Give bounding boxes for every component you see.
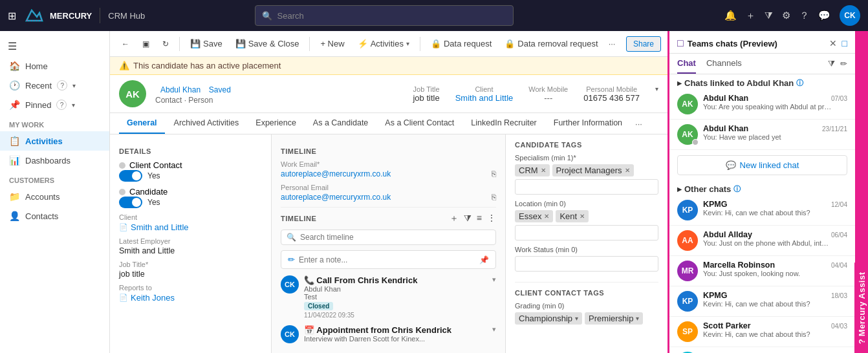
tab-as-candidate[interactable]: As a Candidate (305, 113, 376, 134)
note-pin-icon[interactable]: 📌 (479, 255, 489, 264)
client-contact-label: Client Contact (129, 160, 182, 170)
note-input-row[interactable]: ✏ 📌 (281, 250, 496, 269)
tab-general[interactable]: General (119, 113, 165, 134)
form-view-icon[interactable]: ▣ (137, 37, 155, 51)
other-chat-scott[interactable]: SP Scott Parker 04/03 Kevin: Hi, can we … (669, 317, 855, 347)
work-status-label: Work Status (min 0) (515, 246, 658, 253)
note-input[interactable] (299, 255, 475, 264)
teams-expand-button[interactable]: □ (842, 38, 847, 48)
grid-icon[interactable]: ⊞ (8, 10, 16, 22)
personal-email-copy-icon[interactable]: ⎘ (492, 193, 496, 202)
other-chat-marcella[interactable]: MR Marcella Robinson 04/04 You: Just spo… (669, 256, 855, 286)
tag-project-managers-remove[interactable]: ✕ (625, 167, 630, 174)
tag-championship-remove[interactable]: ▾ (575, 315, 578, 322)
settings-icon[interactable]: ⚙ (782, 10, 790, 21)
save-button[interactable]: 💾 Save (185, 36, 228, 51)
tabs-more-button[interactable]: ··· (631, 114, 646, 134)
teams-filter-icon[interactable]: ⧩ (828, 59, 835, 69)
back-button[interactable]: ← (116, 37, 135, 51)
tag-premiership-remove[interactable]: ▾ (636, 315, 639, 322)
activities-button[interactable]: ⚡ Activities ▾ (353, 36, 415, 51)
candidate-toggle[interactable] (119, 197, 142, 208)
other-chat-abdulallday[interactable]: AA Abdul Allday 06/04 You: Just on the p… (669, 226, 855, 256)
tab-further-info[interactable]: Further Information (546, 113, 630, 134)
specialism-input[interactable] (515, 179, 658, 195)
linked-chat-1[interactable]: AK Abdul Khan 07/03 You: Are you speakin… (669, 89, 855, 120)
share-button[interactable]: Share (626, 36, 661, 52)
pinned-help-icon[interactable]: ? (56, 100, 67, 110)
tabs-bar: General Archived Activities Experience A… (110, 113, 667, 134)
tab-experience[interactable]: Experience (248, 113, 304, 134)
timeline-filter-icon[interactable]: ⧩ (464, 213, 472, 224)
activity-expand-1[interactable]: ▾ (492, 275, 496, 319)
other-chats-info-icon[interactable]: ⓘ (733, 184, 741, 194)
hamburger-menu[interactable]: ☰ (0, 36, 109, 56)
client-value[interactable]: 📄 Smith and Little (119, 222, 262, 232)
timeline-add-icon[interactable]: ＋ (450, 213, 459, 224)
refresh-icon[interactable]: ↻ (157, 37, 174, 51)
other-chat-kpmg-2[interactable]: KP KPMG 18/03 Kevin: Hi, can we chat abo… (669, 286, 855, 317)
other-chat-cs[interactable]: CS Customer Success Manager 01/03 You: W… (669, 347, 855, 353)
tab-linkedin[interactable]: LinkedIn Recruiter (463, 113, 544, 134)
teams-close-button[interactable]: ✕ (829, 38, 837, 48)
data-removal-button[interactable]: 🔒 Data removal request (499, 36, 603, 51)
tag-essex-remove[interactable]: ✕ (544, 213, 549, 220)
pinned-expand-icon[interactable]: ▾ (72, 102, 75, 109)
sidebar-item-accounts[interactable]: 📁 Accounts (0, 187, 109, 206)
tab-archived-activities[interactable]: Archived Activities (166, 113, 247, 134)
sidebar-item-dashboards[interactable]: 📊 Dashboards (0, 151, 109, 170)
timeline-list-icon[interactable]: ≡ (477, 213, 482, 224)
tab-client-contact[interactable]: As a Client Contact (377, 113, 462, 134)
location-input[interactable] (515, 225, 658, 241)
bell-icon[interactable]: 🔔 (724, 10, 737, 21)
dashboards-icon: 📊 (9, 155, 20, 166)
tags-divider (515, 282, 658, 283)
timeline-search-input[interactable] (300, 233, 490, 242)
timeline-more-icon[interactable]: ⋮ (487, 213, 496, 224)
work-email-copy-icon[interactable]: ⎘ (492, 169, 496, 178)
work-email-value[interactable]: autoreplace@mercuryxrm.co.uk (281, 169, 391, 178)
work-status-input[interactable] (515, 256, 658, 272)
recent-help-icon[interactable]: ? (57, 80, 67, 91)
timeline-search-bar[interactable]: 🔍 (281, 230, 496, 245)
mercury-assist-container: ? Mercury Assist (855, 31, 868, 353)
recent-expand-icon[interactable]: ▾ (72, 82, 76, 89)
other-chat-kpmg-1[interactable]: KP KPMG 12/04 Kevin: Hi, can we chat abo… (669, 195, 855, 226)
contact-expand-icon[interactable]: ▾ (655, 85, 658, 103)
search-bar[interactable]: 🔍 (255, 5, 514, 26)
sidebar-item-recent[interactable]: 🕐 Recent ? ▾ (0, 76, 109, 95)
call-icon: 📞 (304, 275, 314, 285)
new-button[interactable]: + New (315, 36, 349, 51)
new-linked-chat-button[interactable]: 💬 New linked chat (677, 155, 847, 175)
user-avatar[interactable]: CK (840, 5, 860, 26)
filter-icon[interactable]: ⧩ (765, 10, 773, 21)
tag-project-managers: Project Managers ✕ (552, 164, 634, 176)
linked-chat-2[interactable]: AK Abdul Khan 23/11/21 You: Have we plac… (669, 120, 855, 150)
teams-compose-icon[interactable]: ✏ (840, 59, 847, 69)
sidebar-item-activities[interactable]: 📋 Activities (0, 131, 109, 151)
candidate-tags-panel: CANDIDATE TAGS Specialism (min 1)* CRM ✕… (506, 134, 667, 353)
sidebar-item-pinned[interactable]: 📌 Pinned ? ▾ (0, 95, 109, 114)
chat-icon[interactable]: 💬 (818, 10, 830, 21)
activity-expand-2[interactable]: ▾ (492, 325, 496, 343)
personal-email-value[interactable]: autoreplace@mercuryxrm.co.uk (281, 193, 391, 202)
plus-icon[interactable]: ＋ (746, 10, 755, 22)
activity-sub2-1: Test (304, 293, 487, 301)
activities-dropdown-icon: ▾ (406, 40, 409, 47)
sidebar-item-contacts[interactable]: 👤 Contacts (0, 206, 109, 226)
reports-to-value[interactable]: 📄 Keith Jones (119, 293, 262, 303)
tag-crm-remove[interactable]: ✕ (541, 167, 546, 174)
tag-kent-remove[interactable]: ✕ (580, 213, 585, 220)
client-contact-toggle[interactable] (119, 170, 142, 182)
search-input[interactable] (277, 11, 506, 21)
more-options-button[interactable]: ··· (606, 36, 618, 51)
sidebar-item-home[interactable]: 🏠 Home (0, 56, 109, 76)
other-chats-label: ▸ Other chats ⓘ (669, 180, 855, 195)
mercury-assist-tab[interactable]: ? Mercury Assist (854, 262, 869, 353)
save-close-button[interactable]: 💾 Save & Close (230, 36, 305, 51)
linked-info-icon[interactable]: ⓘ (796, 78, 803, 88)
data-request-button[interactable]: 🔒 Data request (426, 36, 497, 51)
teams-tab-chat[interactable]: Chat (677, 54, 696, 74)
help-icon[interactable]: ？ (799, 10, 809, 22)
teams-tab-channels[interactable]: Channels (706, 54, 742, 74)
